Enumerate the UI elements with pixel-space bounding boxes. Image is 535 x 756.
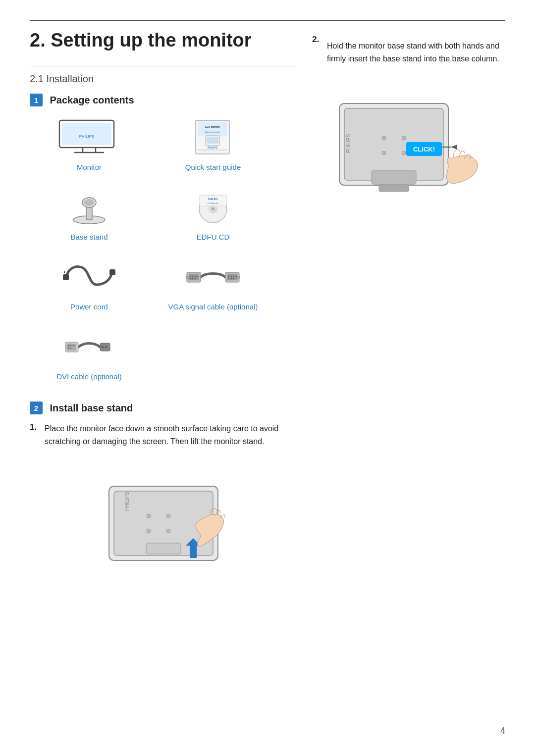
svg-rect-49 bbox=[67, 344, 76, 351]
instruction1-number: 1. bbox=[30, 422, 40, 456]
dvi-image bbox=[54, 325, 124, 369]
svg-point-35 bbox=[192, 278, 193, 279]
subsection-number: 2.1 bbox=[30, 73, 44, 84]
svg-rect-7 bbox=[198, 122, 227, 136]
list-item: Power cord bbox=[35, 255, 144, 311]
svg-point-74 bbox=[402, 151, 406, 155]
svg-point-72 bbox=[402, 136, 406, 140]
step1-badge: 1 bbox=[30, 94, 43, 106]
svg-point-50 bbox=[68, 345, 69, 346]
svg-point-31 bbox=[192, 276, 193, 277]
top-rule bbox=[30, 20, 505, 21]
svg-point-41 bbox=[233, 276, 234, 277]
svg-point-62 bbox=[147, 514, 151, 518]
svg-point-36 bbox=[195, 278, 196, 279]
dvi-icon bbox=[64, 332, 114, 362]
list-item: Base stand bbox=[35, 185, 144, 241]
svg-marker-79 bbox=[451, 145, 457, 150]
instruction2-text: Hold the monitor base stand with both ha… bbox=[327, 35, 505, 65]
svg-point-73 bbox=[382, 151, 386, 155]
instruction1: 1. Place the monitor face down a smooth … bbox=[30, 422, 297, 456]
svg-point-33 bbox=[197, 276, 198, 277]
svg-point-51 bbox=[70, 345, 71, 346]
svg-point-39 bbox=[228, 276, 229, 277]
svg-text:PHILIPS: PHILIPS bbox=[79, 134, 95, 139]
svg-point-43 bbox=[228, 278, 229, 279]
dvi-label: DVI cable (optional) bbox=[56, 372, 122, 381]
monitor-label: Monitor bbox=[77, 163, 102, 171]
svg-point-71 bbox=[382, 136, 386, 140]
left-column: 2. Setting up the monitor 2.1 Installati… bbox=[30, 30, 297, 580]
svg-rect-75 bbox=[372, 170, 416, 184]
edfu-cd-icon: PHILIPS LCD Monitor bbox=[191, 190, 235, 225]
monitor-facedown-diagram: PHILIPS bbox=[30, 466, 297, 575]
step2-header: 2 Install base stand bbox=[30, 402, 297, 414]
basestand-image bbox=[54, 185, 124, 230]
svg-text:LCD Monitor: LCD Monitor bbox=[208, 202, 219, 204]
step2-label: Install base stand bbox=[50, 403, 133, 413]
edfu-cd-image: PHILIPS LCD Monitor bbox=[178, 185, 248, 230]
svg-rect-38 bbox=[227, 274, 237, 280]
svg-point-17 bbox=[84, 199, 94, 206]
step1-label: Package contents bbox=[50, 95, 134, 105]
svg-point-47 bbox=[237, 276, 240, 279]
svg-text:PHILIPS: PHILIPS bbox=[346, 134, 351, 153]
instruction1-text: Place the monitor face down a smooth sur… bbox=[45, 422, 297, 448]
quickstart-icon: LCD Monitor Quick start guide PHILIPS bbox=[191, 118, 235, 157]
svg-point-57 bbox=[105, 346, 107, 348]
svg-point-44 bbox=[231, 278, 232, 279]
svg-text:Quick start guide: Quick start guide bbox=[205, 131, 220, 133]
svg-point-20 bbox=[212, 207, 214, 210]
instruction2: 2. Hold the monitor base stand with both… bbox=[312, 30, 505, 74]
svg-point-34 bbox=[190, 278, 191, 279]
list-item: PHILIPS Monitor bbox=[35, 115, 144, 171]
click-monitor-svg: PHILIPS CLICK! bbox=[329, 89, 488, 227]
edfu-cd-label: EDFU CD bbox=[197, 233, 230, 241]
quickstart-image: LCD Monitor Quick start guide PHILIPS bbox=[178, 115, 248, 160]
vga-label: VGA signal cable (optional) bbox=[168, 302, 258, 311]
monitor-icon: PHILIPS bbox=[57, 118, 121, 157]
list-item: VGA signal cable (optional) bbox=[159, 255, 268, 311]
main-layout: 2. Setting up the monitor 2.1 Installati… bbox=[30, 30, 505, 580]
section-number: 2 bbox=[30, 30, 40, 50]
vga-icon bbox=[186, 262, 240, 292]
svg-point-56 bbox=[102, 346, 104, 348]
svg-point-40 bbox=[231, 276, 232, 277]
svg-rect-27 bbox=[109, 269, 115, 275]
svg-text:PHILIPS: PHILIPS bbox=[208, 146, 217, 149]
quickstart-label: Quick start guide bbox=[185, 163, 241, 171]
powercord-icon bbox=[62, 262, 116, 292]
svg-rect-76 bbox=[379, 184, 409, 192]
basestand-icon bbox=[69, 190, 109, 225]
powercord-image bbox=[54, 255, 124, 300]
instruction2-number: 2. bbox=[312, 35, 322, 74]
page-number: 4 bbox=[500, 726, 505, 736]
right-column: 2. Hold the monitor base stand with both… bbox=[297, 30, 505, 580]
svg-rect-66 bbox=[146, 543, 181, 554]
svg-point-30 bbox=[190, 276, 191, 277]
powercord-label: Power cord bbox=[70, 302, 108, 311]
svg-point-65 bbox=[166, 529, 170, 533]
svg-rect-29 bbox=[189, 274, 199, 280]
step2-section: 2 Install base stand 1. Place the monito… bbox=[30, 402, 297, 575]
monitor-click-diagram: PHILIPS CLICK! bbox=[312, 89, 505, 227]
svg-rect-24 bbox=[63, 274, 69, 280]
svg-point-45 bbox=[233, 278, 234, 279]
svg-point-58 bbox=[65, 346, 68, 349]
list-item: DVI cable (optional) bbox=[35, 325, 144, 381]
monitor-image: PHILIPS bbox=[54, 115, 124, 160]
step2-badge: 2 bbox=[30, 402, 43, 414]
svg-rect-11 bbox=[207, 137, 218, 144]
svg-point-63 bbox=[166, 514, 170, 518]
subsection-title-text: Installation bbox=[46, 73, 94, 84]
section-title-text: Setting up the monitor bbox=[51, 30, 251, 50]
facedown-monitor-svg: PHILIPS bbox=[94, 466, 233, 575]
basestand-label: Base stand bbox=[70, 233, 107, 241]
step1-header: 1 Package contents bbox=[30, 94, 297, 106]
page-title: 2. Setting up the monitor bbox=[30, 30, 297, 51]
page-container: 2. Setting up the monitor 2.1 Installati… bbox=[0, 0, 535, 756]
svg-point-52 bbox=[73, 345, 74, 346]
list-item: PHILIPS LCD Monitor EDFU CD bbox=[159, 185, 268, 241]
svg-point-32 bbox=[195, 276, 196, 277]
subsection-title: 2.1 Installation bbox=[30, 73, 297, 85]
